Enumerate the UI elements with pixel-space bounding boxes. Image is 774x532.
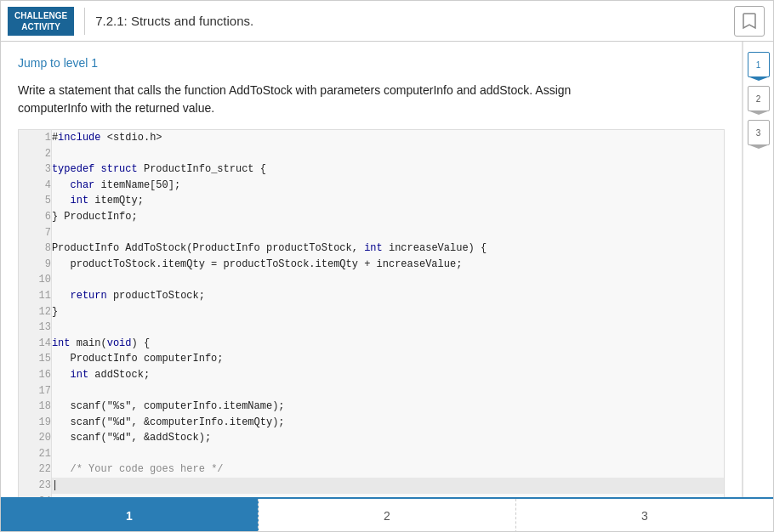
line-code: /* Your code goes here */: [51, 461, 724, 478]
line-number: 23: [19, 478, 51, 494]
line-number: 8: [19, 241, 51, 257]
line-code: }: [51, 304, 724, 320]
footer-tab-1[interactable]: 1: [1, 499, 259, 532]
line-code: ProductInfo computerInfo;: [51, 351, 724, 367]
line-number: 10: [19, 272, 51, 288]
footer-tab-3[interactable]: 3: [516, 499, 773, 532]
line-code: #include <stdio.h>: [51, 130, 724, 146]
line-number: 18: [19, 399, 51, 415]
line-number: 13: [19, 320, 51, 336]
side-panel: 123: [743, 42, 773, 497]
level-badge-2[interactable]: 2: [748, 86, 770, 111]
line-number: 9: [19, 257, 51, 273]
code-editor[interactable]: 1#include <stdio.h>2 3typedef struct Pro…: [18, 129, 725, 497]
jump-to-level-link[interactable]: Jump to level 1: [18, 56, 98, 70]
line-code: int main(void) {: [51, 336, 724, 352]
level-badge-1[interactable]: 1: [748, 52, 770, 77]
line-number: 4: [19, 178, 51, 194]
content-area: Jump to level 1 Write a statement that c…: [1, 42, 743, 497]
line-code: char itemName[50];: [51, 178, 724, 194]
line-code: typedef struct ProductInfo_struct {: [51, 161, 724, 178]
line-code: ProductInfo AddToStock(ProductInfo produ…: [51, 241, 724, 257]
line-code: scanf("%s", computerInfo.itemName);: [51, 399, 724, 415]
line-code: [51, 272, 724, 288]
footer-tab-2[interactable]: 2: [259, 499, 516, 532]
line-number: 2: [19, 146, 51, 162]
line-code: scanf("%d", &computerInfo.itemQty);: [51, 415, 724, 431]
line-code: [51, 320, 724, 336]
line-number: 3: [19, 161, 51, 178]
line-number: 24: [19, 494, 51, 497]
header-title: 7.2.1: Structs and functions.: [95, 14, 734, 28]
line-number: 17: [19, 383, 51, 399]
line-code: scanf("%d", &addStock);: [51, 430, 724, 446]
line-code: return productToStock;: [51, 288, 724, 304]
line-code: int addStock;: [51, 367, 724, 383]
line-code: [51, 146, 724, 162]
line-code: } ProductInfo;: [51, 209, 724, 225]
header: CHALLENGEACTIVITY 7.2.1: Structs and fun…: [1, 1, 773, 42]
line-code: int itemQty;: [51, 193, 724, 209]
line-code: productToStock.itemQty = productToStock.…: [51, 257, 724, 273]
line-code: |: [51, 478, 724, 494]
line-number: 1: [19, 130, 51, 146]
challenge-activity-label: CHALLENGEACTIVITY: [8, 7, 74, 36]
main-container: Jump to level 1 Write a statement that c…: [1, 42, 773, 497]
instruction-text: Write a statement that calls the functio…: [18, 82, 725, 117]
header-divider: [84, 8, 85, 35]
line-number: 11: [19, 288, 51, 304]
line-number: 12: [19, 304, 51, 320]
line-number: 19: [19, 415, 51, 431]
line-number: 21: [19, 446, 51, 462]
level-badge-3[interactable]: 3: [748, 120, 770, 145]
line-number: 6: [19, 209, 51, 225]
footer-tabs: 123: [1, 497, 773, 532]
line-number: 7: [19, 225, 51, 241]
line-code: [51, 383, 724, 399]
line-code: [51, 446, 724, 462]
line-number: 16: [19, 367, 51, 383]
line-number: 20: [19, 430, 51, 446]
line-code: [51, 225, 724, 241]
line-code: [51, 494, 724, 497]
line-number: 22: [19, 461, 51, 478]
line-number: 15: [19, 351, 51, 367]
line-number: 14: [19, 336, 51, 352]
line-number: 5: [19, 193, 51, 209]
bookmark-icon: [742, 12, 757, 31]
bookmark-button[interactable]: [734, 6, 765, 37]
